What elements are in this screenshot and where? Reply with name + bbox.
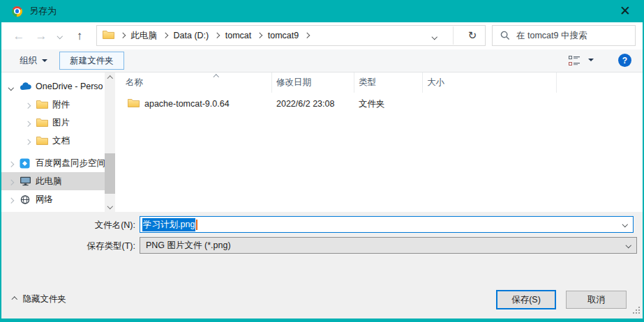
search-icon — [500, 31, 510, 40]
sidebar-item-baidu-netdisk[interactable]: 百度网盘同步空间 — [1, 154, 105, 172]
computer-monitor-icon — [20, 176, 36, 186]
chevron-right-icon — [26, 100, 36, 109]
breadcrumb-tomcat9[interactable]: tomcat9 — [268, 31, 299, 40]
divider — [453, 26, 454, 45]
refresh-icon[interactable]: ↻ — [460, 29, 485, 42]
chevron-right-icon — [9, 158, 20, 168]
breadcrumb-data-d[interactable]: Data (D:) — [174, 31, 209, 40]
sidebar: OneDrive - Perso 附件 图片 — [1, 72, 105, 212]
chevron-down-icon — [9, 82, 20, 91]
breadcrumb-this-pc[interactable]: 此电脑 — [131, 30, 158, 42]
column-header-type[interactable]: 类型 — [354, 72, 423, 93]
text-caret — [196, 220, 197, 230]
close-icon[interactable]: ✕ — [616, 2, 634, 20]
main-area: OneDrive - Perso 附件 图片 — [1, 72, 643, 212]
folder-icon — [36, 100, 52, 109]
titlebar: 另存为 ✕ — [0, 0, 644, 22]
column-label: 大小 — [427, 77, 444, 89]
chevron-right-icon — [9, 194, 20, 204]
filetype-value: PNG 图片文件 (*.png) — [146, 240, 231, 252]
column-header-date[interactable]: 修改日期 — [272, 72, 354, 93]
sidebar-item-network[interactable]: 网络 — [1, 190, 105, 208]
organize-label: 组织 — [20, 55, 37, 67]
column-header-size[interactable]: 大小 — [423, 72, 557, 93]
column-label: 修改日期 — [276, 77, 311, 89]
details-view-icon[interactable] — [569, 56, 581, 68]
folder-icon — [128, 98, 140, 110]
sidebar-item-this-pc[interactable]: 此电脑 — [1, 172, 105, 190]
view-mode-chevron-icon[interactable] — [588, 59, 594, 61]
sidebar-item-label: 网络 — [36, 194, 53, 206]
chevron-right-icon[interactable] — [257, 33, 262, 38]
up-arrow-icon[interactable]: ↑ — [68, 22, 91, 49]
save-button[interactable]: 保存(S) — [496, 290, 556, 309]
column-label: 类型 — [359, 77, 376, 89]
organize-button[interactable]: 组织 — [20, 49, 47, 72]
sidebar-item-label: 附件 — [52, 99, 70, 111]
filename-selected-text: 学习计划.png — [142, 218, 195, 231]
sidebar-item-label: 文档 — [52, 135, 70, 147]
cancel-button[interactable]: 取消 — [566, 291, 627, 309]
onedrive-cloud-icon — [20, 82, 36, 91]
window-border — [0, 22, 1, 319]
file-row[interactable]: apache-tomcat-9.0.64 2022/6/2 23:08 文件夹 — [114, 95, 643, 112]
baidu-netdisk-icon — [20, 158, 36, 169]
chevron-right-icon[interactable] — [214, 33, 220, 38]
sidebar-item-pictures[interactable]: 图片 — [1, 114, 105, 132]
chevron-right-icon — [26, 118, 36, 128]
hide-folders-button[interactable]: 隐藏文件夹 — [13, 293, 66, 305]
sidebar-item-documents[interactable]: 文档 — [1, 132, 105, 150]
window-border — [0, 319, 644, 322]
search-input[interactable] — [516, 31, 635, 40]
chevron-right-icon — [9, 176, 20, 186]
sidebar-item-attachments[interactable]: 附件 — [1, 95, 105, 114]
file-date: 2022/6/2 23:08 — [272, 99, 354, 109]
column-header-name[interactable]: 名称 — [114, 72, 272, 93]
breadcrumb-tomcat[interactable]: tomcat — [225, 31, 252, 40]
folder-icon — [36, 118, 52, 128]
sidebar-item-label: OneDrive - Perso — [36, 82, 103, 91]
chevron-right-icon — [26, 136, 36, 146]
forward-arrow-icon[interactable]: → — [31, 22, 52, 49]
chevron-right-icon[interactable] — [304, 33, 310, 38]
window-title: 另存为 — [29, 5, 57, 17]
chevron-down-icon — [42, 59, 47, 62]
back-arrow-icon[interactable]: ← — [7, 22, 31, 49]
chevron-down-icon[interactable] — [625, 243, 631, 248]
sidebar-item-label: 此电脑 — [36, 176, 62, 187]
filename-input[interactable]: 学习计划.png — [140, 216, 634, 233]
help-icon[interactable]: ? — [618, 54, 631, 67]
sidebar-item-label: 图片 — [52, 117, 70, 129]
navigation-bar: ← → ↑ 此电脑 Data (D:) tomcat tomcat9 ↻ — [1, 22, 643, 49]
folder-icon — [103, 30, 114, 42]
network-globe-icon — [20, 194, 36, 205]
resize-grip-icon[interactable] — [632, 304, 640, 316]
sidebar-item-onedrive[interactable]: OneDrive - Perso — [1, 77, 105, 95]
address-bar[interactable]: 此电脑 Data (D:) tomcat tomcat9 ↻ — [96, 25, 486, 46]
chrome-logo-icon — [12, 6, 22, 17]
chevron-up-icon — [12, 297, 17, 302]
new-folder-button[interactable]: 新建文件夹 — [59, 52, 124, 70]
column-label: 名称 — [126, 77, 143, 89]
hide-folders-label: 隐藏文件夹 — [23, 293, 67, 305]
filetype-select[interactable]: PNG 图片文件 (*.png) — [140, 237, 637, 254]
address-dropdown-chevron-icon[interactable] — [423, 31, 447, 40]
filetype-label: 保存类型(T): — [0, 240, 135, 252]
history-chevron-down-icon[interactable] — [53, 22, 67, 49]
list-header: 名称 修改日期 类型 大小 — [114, 72, 643, 93]
command-toolbar: 组织 新建文件夹 ? — [1, 49, 643, 72]
chevron-right-icon — [120, 33, 126, 38]
save-as-dialog: 另存为 ✕ ← → ↑ 此电脑 Data (D:) tomcat tomcat9… — [0, 0, 644, 322]
file-type: 文件夹 — [354, 98, 423, 110]
file-list: 名称 修改日期 类型 大小 apache — [114, 72, 643, 212]
file-name: apache-tomcat-9.0.64 — [144, 99, 230, 109]
chevron-down-icon[interactable] — [622, 222, 627, 227]
sidebar-item-label: 百度网盘同步空间 — [36, 158, 105, 169]
search-box[interactable] — [492, 25, 636, 46]
filename-label: 文件名(N): — [0, 220, 135, 231]
folder-icon — [36, 136, 52, 146]
chevron-right-icon[interactable] — [163, 33, 168, 38]
